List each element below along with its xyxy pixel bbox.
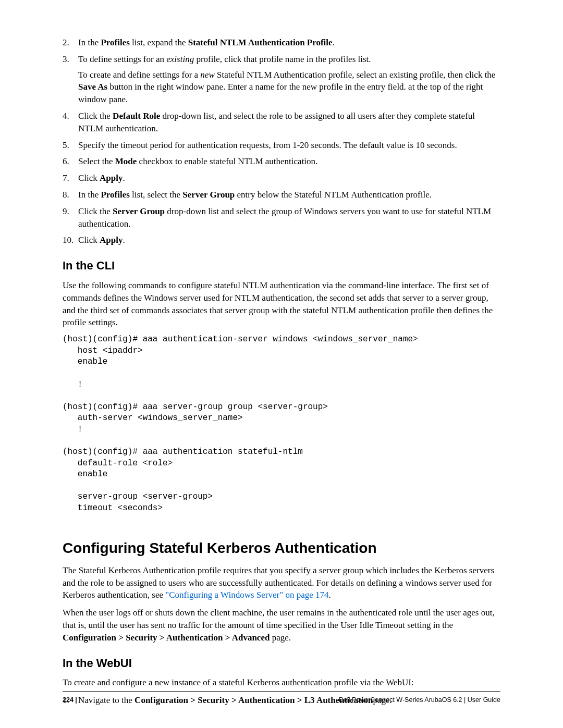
step-text: Click Apply. [78, 234, 500, 246]
windows-server-link[interactable]: "Configuring a Windows Server" on page 1… [165, 590, 328, 600]
step-text: To define settings for an existing profi… [78, 53, 500, 66]
step-number: 6. [63, 155, 69, 168]
kerberos-paragraph-2: When the user logs off or shuts down the… [63, 607, 500, 644]
step-number: 9. [63, 205, 69, 218]
step-number: 4. [63, 110, 69, 122]
step-5: 5. Specify the timeout period for authen… [63, 139, 500, 152]
step-2: 2. In the Profiles list, expand the Stat… [63, 36, 500, 49]
step-text: Click Apply. [78, 172, 500, 184]
step-subtext: To create and define settings for a new … [78, 69, 500, 106]
step-3: 3. To define settings for an existing pr… [63, 53, 500, 106]
step-6: 6. Select the Mode checkbox to enable st… [63, 155, 500, 168]
step-text: In the Profiles list, expand the Statefu… [78, 36, 500, 49]
step-10: 10. Click Apply. [63, 234, 500, 246]
cli-heading: In the CLI [63, 258, 500, 274]
cli-paragraph: Use the following commands to configure … [63, 279, 500, 329]
kerberos-heading: Configuring Stateful Kerberos Authentica… [63, 538, 500, 558]
step-9: 9. Click the Server Group drop-down list… [63, 205, 500, 230]
cli-code-block: (host)(config)# aaa authentication-serve… [63, 334, 500, 514]
step-number: 3. [63, 53, 69, 66]
step-number: 5. [63, 139, 69, 152]
step-number: 7. [63, 172, 69, 184]
numbered-steps-a: 2. In the Profiles list, expand the Stat… [63, 36, 500, 246]
step-text: Click the Server Group drop-down list an… [78, 205, 500, 230]
step-4: 4. Click the Default Role drop-down list… [63, 110, 500, 135]
step-text: Click the Default Role drop-down list, a… [78, 110, 500, 135]
webui-paragraph: To create and configure a new instance o… [63, 676, 500, 689]
step-text: In the Profiles list, select the Server … [78, 189, 500, 201]
step-text: Specify the timeout period for authentic… [78, 139, 500, 152]
step-number: 2. [63, 36, 69, 49]
step-number: 8. [63, 189, 69, 201]
page-footer: 224 | Dell PowerConnect W-Series ArubaOS… [63, 691, 500, 705]
step-number: 10. [63, 234, 74, 246]
kerberos-paragraph-1: The Stateful Kerberos Authentication pro… [63, 564, 500, 601]
step-8: 8. In the Profiles list, select the Serv… [63, 189, 500, 201]
webui-heading: In the WebUI [63, 656, 500, 672]
step-text: Select the Mode checkbox to enable state… [78, 155, 500, 168]
step-7: 7. Click Apply. [63, 172, 500, 184]
footer-title: Dell PowerConnect W-Series ArubaOS 6.2 |… [339, 696, 500, 705]
page-number: 224 | [63, 696, 77, 705]
